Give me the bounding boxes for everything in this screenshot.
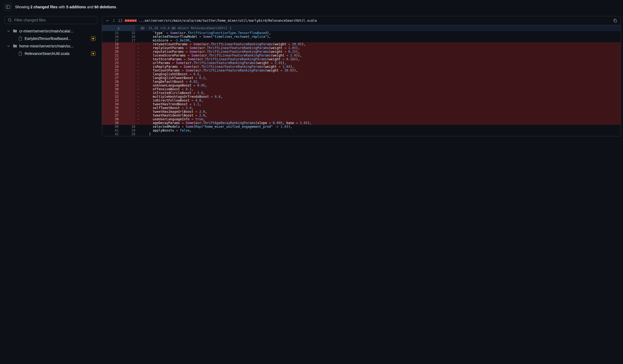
new-line-number[interactable]: 15 — [119, 31, 135, 35]
new-line-number[interactable] — [119, 84, 135, 87]
old-line-number[interactable]: 29 — [102, 84, 119, 87]
diff-line-context[interactable]: 1515 `type` = Some(scr.ThriftScoringFunc… — [102, 31, 621, 35]
old-line-number[interactable]: 27 — [102, 76, 119, 80]
new-line-number[interactable] — [119, 80, 135, 84]
old-line-number[interactable]: 38 — [102, 117, 119, 121]
diff-marker: - — [135, 76, 141, 80]
diff-line-deletion[interactable]: 22- textScoreParams = Some(scr.ThriftLin… — [102, 57, 621, 61]
diff-line-deletion[interactable]: 21- luceneScoreParams = Some(scr.ThriftL… — [102, 54, 621, 57]
new-line-number[interactable] — [119, 42, 135, 46]
new-line-number[interactable]: 16 — [119, 35, 135, 39]
new-line-number[interactable] — [119, 69, 135, 72]
diff-line-deletion[interactable]: 39- ageDecayParams = Some(scr.ThriftAgeD… — [102, 121, 621, 125]
old-line-number[interactable]: 33 — [102, 99, 119, 102]
new-line-number[interactable] — [119, 50, 135, 54]
diff-line-deletion[interactable]: 33- inDirectFollowBoost = 4.0, — [102, 99, 621, 102]
new-line-number[interactable] — [119, 76, 135, 80]
old-line-number[interactable]: 28 — [102, 80, 119, 84]
code-content: luceneScoreParams = Some(scr.ThriftLinea… — [141, 54, 621, 57]
new-line-number[interactable] — [119, 57, 135, 61]
sidebar-toggle-button[interactable] — [4, 3, 12, 11]
old-line-number[interactable]: 15 — [102, 31, 119, 35]
diff-line-context[interactable]: 4220 ) — [102, 132, 621, 136]
tree-file[interactable]: EarlybirdTensorflowBased... — [4, 35, 97, 42]
diff-line-context[interactable]: 4018 selectedModels = Some(Map("home_mix… — [102, 125, 621, 129]
diff-line-deletion[interactable]: 32- multipleHashtagsOrTrendsBoost = 0.6, — [102, 95, 621, 99]
tree-file[interactable]: RelevanceSearchUtil.scala — [4, 50, 97, 57]
new-line-number[interactable]: 17 — [119, 39, 135, 42]
old-line-number[interactable]: 37 — [102, 114, 119, 117]
new-line-number[interactable] — [119, 87, 135, 91]
expand-collapse-icon[interactable] — [112, 18, 116, 23]
old-line-number[interactable]: 34 — [102, 102, 119, 106]
old-line-number[interactable]: 36 — [102, 110, 119, 114]
old-line-number[interactable]: 23 — [102, 61, 119, 65]
diff-line-deletion[interactable]: 34- tweetHasTrendBoost = 1.1, — [102, 102, 621, 106]
old-line-number[interactable]: 32 — [102, 95, 119, 99]
new-line-number[interactable] — [119, 121, 135, 125]
new-line-number[interactable] — [119, 46, 135, 50]
diff-line-context[interactable]: 4119 applyBoosts = false, — [102, 129, 621, 132]
diff-line-deletion[interactable]: 29- unknownLanguageBoost = 0.05, — [102, 84, 621, 87]
old-line-number[interactable]: 26 — [102, 72, 119, 76]
diff-line-deletion[interactable]: 38- useUserLanguageInfo = true, — [102, 117, 621, 121]
old-line-number[interactable]: 21 — [102, 54, 119, 57]
old-line-number[interactable]: 35 — [102, 106, 119, 110]
old-line-number[interactable]: 41 — [102, 129, 119, 132]
diff-table: 1515 `type` = Some(scr.ThriftScoringFunc… — [102, 31, 621, 136]
new-line-number[interactable] — [119, 110, 135, 114]
diff-line-context[interactable]: 1717 minScore = -1.0e100, — [102, 39, 621, 42]
new-line-number[interactable] — [119, 102, 135, 106]
diff-line-deletion[interactable]: 26- langEnglishUIBoost = 0.5, — [102, 72, 621, 76]
old-line-number[interactable]: 16 — [102, 35, 119, 39]
old-line-number[interactable]: 22 — [102, 57, 119, 61]
diff-bar-deletion — [130, 20, 132, 22]
old-line-number[interactable]: 24 — [102, 65, 119, 69]
diff-line-deletion[interactable]: 23- urlParams = Some(scr.ThriftLinearFea… — [102, 61, 621, 65]
diff-line-deletion[interactable]: 27- langEnglishTweetBoost = 0.2, — [102, 76, 621, 80]
new-line-number[interactable] — [119, 65, 135, 69]
diff-line-deletion[interactable]: 37- tweetHasVideoUrlBoost = 2.0, — [102, 114, 621, 117]
new-line-number[interactable] — [119, 117, 135, 121]
new-line-number[interactable] — [119, 54, 135, 57]
new-line-number[interactable] — [119, 99, 135, 102]
diff-line-deletion[interactable]: 28- langDefaultBoost = 0.02, — [102, 80, 621, 84]
diff-line-deletion[interactable]: 25- favCountParams = Some(scr.ThriftLine… — [102, 69, 621, 72]
old-line-number[interactable]: 39 — [102, 121, 119, 125]
new-line-number[interactable] — [119, 106, 135, 110]
copy-path-icon[interactable] — [613, 18, 617, 23]
diff-line-deletion[interactable]: 35- selfTweetBoost = 2.0, — [102, 106, 621, 110]
old-line-number[interactable]: 31 — [102, 91, 119, 95]
diff-file-path[interactable]: ...xer/server/src/main/scala/com/twitter… — [139, 19, 611, 22]
old-line-number[interactable]: 20 — [102, 50, 119, 54]
diff-line-deletion[interactable]: 31- inTrustedCircleBoost = 3.0, — [102, 91, 621, 95]
new-line-number[interactable]: 18 — [119, 125, 135, 129]
diff-line-deletion[interactable]: 24- isReplyParams = Some(scr.ThriftLinea… — [102, 65, 621, 69]
new-line-number[interactable] — [119, 72, 135, 76]
new-line-number[interactable] — [119, 114, 135, 117]
chevron-down-icon[interactable] — [105, 18, 110, 23]
old-line-number[interactable]: 30 — [102, 87, 119, 91]
diff-line-deletion[interactable]: 20- reputationParams = Some(scr.ThriftLi… — [102, 50, 621, 54]
tree-folder[interactable]: cr-mixer/server/src/main/scala/... — [4, 27, 97, 35]
old-line-number[interactable]: 42 — [102, 132, 119, 136]
diff-line-deletion[interactable]: 19- replyCountParams = Some(scr.ThriftLi… — [102, 46, 621, 50]
tree-folder[interactable]: home-mixer/server/src/main/sc... — [4, 42, 97, 50]
old-line-number[interactable]: 19 — [102, 46, 119, 50]
diff-line-deletion[interactable]: 18- retweetCountParams = Some(scr.Thrift… — [102, 42, 621, 46]
filter-files-input-wrapper[interactable] — [4, 16, 97, 24]
diff-line-deletion[interactable]: 36- tweetHasImageUrlBoost = 2.0, — [102, 110, 621, 114]
old-line-number[interactable]: 18 — [102, 42, 119, 46]
old-line-number[interactable]: 40 — [102, 125, 119, 129]
diff-line-context[interactable]: 1616 selectedTensorflowModel = Some("tim… — [102, 35, 621, 39]
expand-hunk-up-button[interactable] — [102, 25, 135, 31]
old-line-number[interactable]: 17 — [102, 39, 119, 42]
diff-line-deletion[interactable]: 30- offensiveBoost = 0.1, — [102, 87, 621, 91]
filter-files-input[interactable] — [14, 18, 94, 22]
new-line-number[interactable] — [119, 91, 135, 95]
new-line-number[interactable] — [119, 95, 135, 99]
new-line-number[interactable]: 20 — [119, 132, 135, 136]
new-line-number[interactable]: 19 — [119, 129, 135, 132]
old-line-number[interactable]: 25 — [102, 69, 119, 72]
new-line-number[interactable] — [119, 61, 135, 65]
